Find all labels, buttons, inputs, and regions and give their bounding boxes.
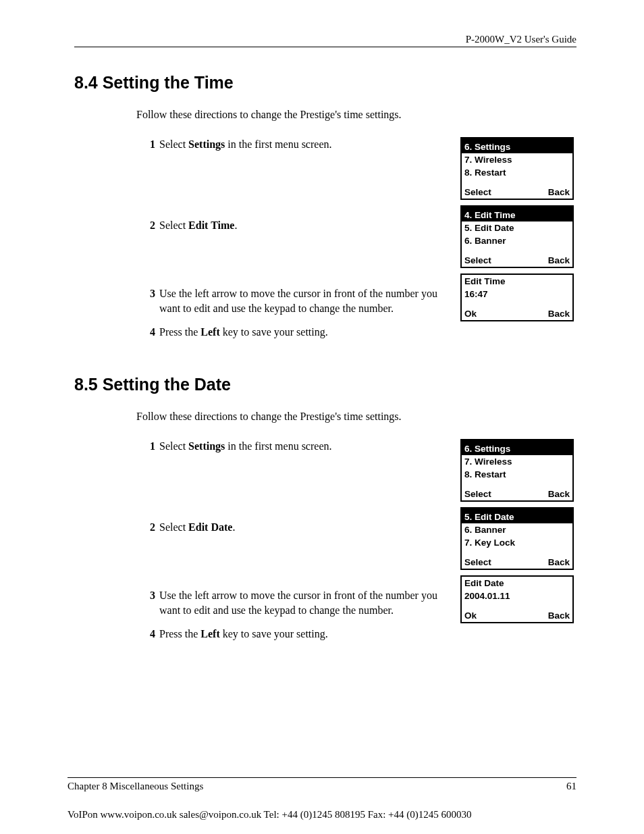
lcd-settings: 6. Settings 7. Wireless 8. Restart Selec… bbox=[460, 439, 574, 502]
contact-info: VoIPon www.voipon.co.uk sales@voipon.co.… bbox=[68, 809, 576, 820]
section-heading-8-4: 8.4 Setting the Time bbox=[74, 73, 576, 93]
step-2: 2 Select Edit Date. bbox=[143, 520, 456, 535]
step-1: 1 Select Settings in the first menu scre… bbox=[143, 439, 456, 454]
page-number: 61 bbox=[566, 781, 576, 792]
lcd-edit-time: Edit Time 16:47 OkBack bbox=[460, 273, 574, 321]
softkey-select: Select bbox=[464, 187, 491, 197]
softkey-ok: Ok bbox=[464, 610, 477, 621]
steps-8-4: 1 Select Settings in the first menu scre… bbox=[143, 137, 460, 349]
softkey-back: Back bbox=[548, 255, 570, 265]
section-intro-8-4: Follow these directions to change the Pr… bbox=[136, 109, 576, 121]
lcd-settings: 6. Settings 7. Wireless 8. Restart Selec… bbox=[460, 137, 574, 200]
softkey-select: Select bbox=[464, 489, 491, 499]
lcd-edit-date-menu: 5. Edit Date 6. Banner 7. Key Lock Selec… bbox=[460, 507, 574, 570]
page-header: P-2000W_V2 User's Guide bbox=[74, 34, 576, 47]
softkey-back: Back bbox=[548, 557, 570, 567]
step-2: 2 Select Edit Time. bbox=[143, 218, 456, 233]
softkey-back: Back bbox=[548, 489, 570, 499]
steps-8-5: 1 Select Settings in the first menu scre… bbox=[143, 439, 460, 651]
softkey-select: Select bbox=[464, 557, 491, 567]
step-1: 1 Select Settings in the first menu scre… bbox=[143, 137, 456, 152]
content-8-5: 1 Select Settings in the first menu scre… bbox=[143, 439, 576, 651]
step-4: 4 Press the Left key to save your settin… bbox=[143, 325, 456, 340]
step-3: 3 Use the left arrow to move the cursor … bbox=[143, 588, 456, 617]
step-4: 4 Press the Left key to save your settin… bbox=[143, 627, 456, 642]
lcd-col-8-4: 6. Settings 7. Wireless 8. Restart Selec… bbox=[460, 137, 576, 327]
content-8-4: 1 Select Settings in the first menu scre… bbox=[143, 137, 576, 349]
lcd-edit-date: Edit Date 2004.01.11 OkBack bbox=[460, 575, 574, 623]
softkey-select: Select bbox=[464, 255, 491, 265]
section-heading-8-5: 8.5 Setting the Date bbox=[74, 375, 576, 394]
section-intro-8-5: Follow these directions to change the Pr… bbox=[136, 411, 576, 423]
lcd-col-8-5: 6. Settings 7. Wireless 8. Restart Selec… bbox=[460, 439, 576, 629]
softkey-back: Back bbox=[548, 610, 570, 621]
page: P-2000W_V2 User's Guide 8.4 Setting the … bbox=[0, 0, 644, 834]
softkey-back: Back bbox=[548, 309, 570, 319]
page-footer: Chapter 8 Miscellaneous Settings 61 bbox=[68, 777, 576, 792]
lcd-edit-time-menu: 4. Edit Time 5. Edit Date 6. Banner Sele… bbox=[460, 205, 574, 268]
chapter-title: Chapter 8 Miscellaneous Settings bbox=[68, 781, 203, 792]
softkey-back: Back bbox=[548, 187, 570, 197]
step-3: 3 Use the left arrow to move the cursor … bbox=[143, 286, 456, 315]
guide-title: P-2000W_V2 User's Guide bbox=[466, 34, 576, 45]
softkey-ok: Ok bbox=[464, 309, 477, 319]
